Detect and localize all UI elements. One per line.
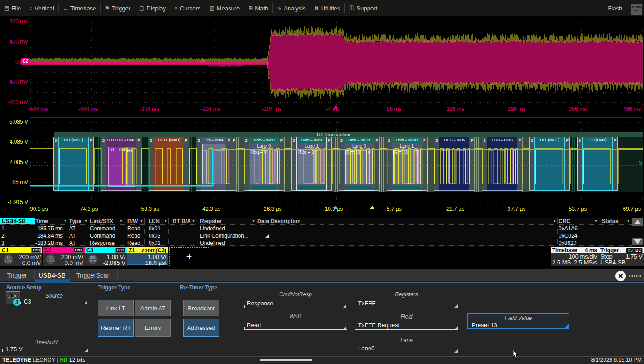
table-scroll-down[interactable] [632, 238, 643, 245]
table-cell[interactable]: 0xC024 [559, 233, 577, 239]
menu-display[interactable]: ▢Display [135, 0, 170, 16]
channel-box-z1[interactable]: Z1zoom(C3)1.00 V/16.0 µs/ [127, 247, 168, 266]
table-cell[interactable]: 1 [1, 225, 5, 232]
menu-cursors[interactable]: ⌖Cursors [170, 0, 205, 16]
table-cell[interactable]: -183.28 ms [35, 240, 63, 247]
w2-tlabel: 53.7 µs [569, 206, 587, 212]
table-cell[interactable]: AT [69, 240, 75, 247]
w1-tlabel: 196 ms [446, 106, 464, 112]
menu-math[interactable]: ⊞Math [244, 0, 272, 16]
zoom-position-marker[interactable] [369, 206, 375, 209]
table-scrollbar[interactable] [632, 218, 643, 245]
channel-bandwidth: 16GHz [4, 254, 13, 264]
cmdnotresp-dropdown[interactable]: CmdNotResp Response [244, 291, 347, 308]
menu-analysis[interactable]: ∿Analysis [273, 0, 310, 16]
table-col-data-description[interactable]: Data Description [257, 218, 300, 225]
table-cell[interactable]: -184.84 ms [35, 233, 63, 239]
button-addressed[interactable]: Addressed [183, 319, 219, 337]
channel-box-c2[interactable]: C2D5016GHz200 mV/0.0 mV [43, 247, 85, 266]
menu-file[interactable]: ▤File [0, 0, 25, 16]
button-link-lt[interactable]: Link LT [98, 300, 134, 316]
table-col-time[interactable]: Time [35, 218, 48, 225]
w1-tlabel: -104 ms [262, 106, 281, 112]
field-value-input[interactable]: Field Value Preset 13 [467, 313, 569, 329]
table-cell[interactable]: AT [69, 233, 75, 239]
w1-tlabel: 296 ms [508, 106, 525, 112]
timebase-box[interactable]: Timebase4 ms 100 ms/div 2.5 MS 2.5 MS/s [551, 247, 599, 266]
table-col-crc[interactable]: CRC [559, 218, 570, 225]
table-cell[interactable]: 0x8620 [559, 240, 576, 247]
waveform-plot-top[interactable] [30, 20, 642, 104]
table-col-len[interactable]: LEN [149, 218, 160, 225]
dialog-tabbar: Trigger USB4-SB TriggerScan ✕ CLOSE [0, 269, 644, 281]
channel-box-c1[interactable]: C1D5016GHz200 mV/0.0 mV [0, 247, 42, 266]
menu-measure[interactable]: ▥Measure [205, 0, 244, 16]
table-scroll-up[interactable] [632, 218, 643, 226]
table-col-link-stx[interactable]: Link/STX [90, 218, 113, 225]
table-col-status[interactable]: Status [602, 218, 619, 225]
w1-tlabel: -204 ms [200, 106, 220, 112]
tab-trigger[interactable]: Trigger [0, 269, 34, 281]
table-cell[interactable]: 2 [1, 233, 5, 239]
status-scrollbar-thumb[interactable] [260, 359, 312, 361]
table-cell[interactable]: 0xA1A6 [559, 225, 578, 232]
table-cell[interactable]: 0x03 [149, 233, 160, 239]
menu-trigger[interactable]: ⚑Trigger [101, 0, 135, 16]
close-button[interactable]: ✕ CLOSE [615, 271, 643, 281]
w2-tlabel: 21.7 µs [446, 206, 464, 212]
table-cell[interactable]: AT [69, 225, 75, 232]
trigger-time-marker-zoom[interactable] [333, 206, 339, 209]
timebase-rate: 2.5 MS/s [574, 259, 597, 266]
menu-vertical[interactable]: ↕Vertical [25, 0, 58, 16]
waveform-plot-zoom[interactable]: RT TransactionSPDLE(0xFE)SPSRT STX = 0x4… [30, 117, 642, 205]
table-col-register[interactable]: Register [200, 218, 222, 225]
decode-table-title: USB4-SB [0, 218, 35, 224]
lane-dropdown[interactable]: Lane Lane0 [355, 337, 458, 353]
table-cell[interactable]: Link Configuration... [200, 233, 249, 239]
w2-vlabel: 85 mV [12, 179, 28, 185]
trigger-type-heading: Trigger Type [98, 284, 130, 291]
add-trace-button[interactable]: + [169, 247, 209, 266]
button-retimer-rt[interactable]: Retimer RT [98, 319, 134, 337]
table-cell[interactable]: Read [127, 225, 140, 232]
table-cell[interactable]: Command [90, 225, 115, 232]
field-dropdown[interactable]: Field TxFFE Request [355, 314, 458, 330]
timebase-value: 4 ms [585, 247, 597, 254]
table-cell[interactable]: Command [90, 233, 115, 239]
table-cell[interactable]: 0x01 [149, 240, 160, 247]
menu-utilities[interactable]: ✖Utilities [310, 0, 344, 16]
status-bar: TELEDYNE LECROY | HD 12 bits 8/1/2023 6:… [0, 356, 644, 364]
trigger-time-marker-top[interactable] [333, 105, 339, 109]
table-cell[interactable]: 0x01 [149, 225, 160, 232]
button-admin-at[interactable]: Admin AT [135, 300, 171, 316]
table-col-r-w[interactable]: R/W [127, 218, 138, 225]
mouse-cursor [513, 350, 519, 359]
button-errors[interactable]: Errors [135, 319, 171, 337]
threshold-dropdown[interactable]: Threshold 1.75 V [2, 339, 89, 352]
wnr-dropdown[interactable]: WnR Read [244, 313, 347, 330]
table-cell[interactable]: 3 [1, 240, 5, 247]
source-dropdown[interactable]: Source C3 [20, 293, 88, 304]
menu-timebase[interactable]: ↔Timebase [59, 0, 100, 16]
undo-button[interactable]: Undo↶ [631, 4, 642, 15]
source-probe-button[interactable]: 3 [6, 291, 20, 304]
table-col-rt-b-a[interactable]: RT B/A [173, 218, 191, 225]
w1-vlabel: 800 mV [10, 18, 28, 25]
channel-c2-marker[interactable]: C2 [21, 58, 30, 65]
w2-vlabel: -1.915 V [8, 199, 28, 205]
table-cell[interactable]: Read [127, 233, 140, 239]
table-cell[interactable]: Undefined [200, 240, 225, 247]
table-cell[interactable]: Response [90, 240, 115, 247]
table-cell[interactable]: -185.75 ms [35, 225, 63, 232]
table-cell[interactable]: Undefined [200, 225, 225, 232]
tab-triggerscan[interactable]: TriggerScan [70, 269, 117, 281]
button-broadcast[interactable]: Broadcast [183, 300, 219, 316]
table-col-type[interactable]: Type [69, 218, 81, 225]
trigger-box[interactable]: Trigger C3 DC Stop 1.75 V USB4-SB [599, 247, 644, 266]
table-cell[interactable]: Read [127, 240, 140, 247]
menu-support[interactable]: ⓘSupport [345, 0, 382, 16]
channel-badge: DC1 [115, 248, 125, 253]
utilities-icon: ✖ [315, 5, 319, 11]
registers-dropdown[interactable]: Registers TxFFE [355, 291, 458, 308]
channel-box-c3[interactable]: C3DC1500MHz1.00 V/-2.085 V [85, 247, 127, 266]
